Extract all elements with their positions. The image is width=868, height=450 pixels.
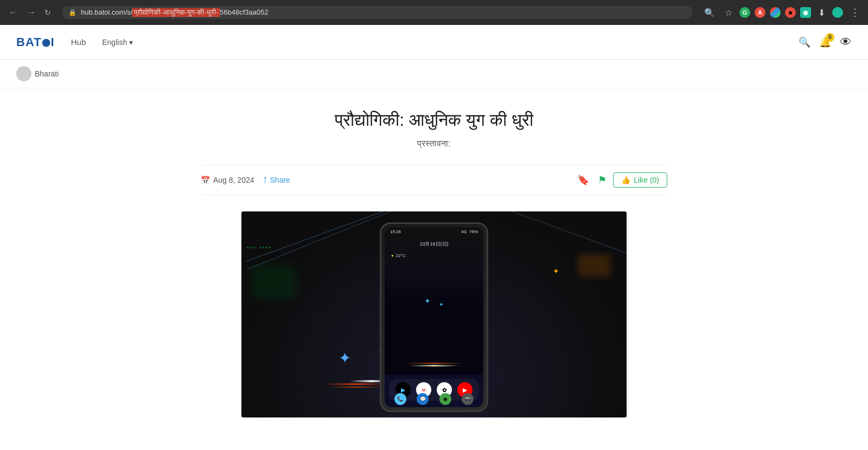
url-highlighted: प्रौद्योगिकी-आधुनिक-युग-की-धुरी- [132,8,220,17]
breadcrumb-avatar [16,66,31,81]
post-image-container: ✦ ✦ ✦ ✦ 15:26 4G 76% [201,211,667,420]
notification-bell-wrapper[interactable]: 🔔 0 [819,36,831,48]
share-icon: ⤴ [263,176,267,184]
url-text: hub.batoi.com/s/प्रौद्योगिकी-आधुनिक-युग-… [81,8,686,17]
nav-hub-link[interactable]: Hub [71,35,86,49]
phone-weather: ● 22°C [385,252,483,259]
right-city-light: | | | [603,255,610,261]
breadcrumb: Bharati [0,60,868,88]
phone-road-light-2 [410,365,459,367]
zoom-button[interactable]: 🔍 [701,6,718,20]
forward-button[interactable]: → [24,5,39,20]
post-subtitle: प्रस्तावना: [201,139,667,149]
logo: BAT⬤I [16,35,55,49]
nav-language-chevron: ▾ [129,38,133,47]
logo-text: BAT⬤I [16,35,55,49]
url-suffix: 56b48cf3aa052 [220,8,269,16]
share-button[interactable]: ⤴ Share [263,176,290,184]
app-icon-chrome: ◉ [439,393,451,405]
like-icon: 👍 [621,176,630,184]
phone-bottom-icons: 📞 💬 ◉ 📷 [385,391,483,407]
star-burst-1: ✦ [339,352,350,363]
phone-screen: 15:26 4G 76% 10月16日(日) ● 22°C [385,227,483,407]
post-meta-left: 📅 Aug 8, 2024 ⤴ Share [201,176,290,184]
nav-language-selector[interactable]: English ▾ [102,38,133,47]
browser-nav-buttons: ← → ↻ [5,5,53,20]
breadcrumb-username: Bharati [35,69,59,78]
like-label: Like (0) [634,176,659,184]
app-icon-messages: 💬 [417,393,429,405]
browser-toolbar-right: 🔍 ☆ G A ■ ◉ ⬇ ⋮ [701,5,863,20]
phone-road-light [404,363,463,364]
phone-frame: 15:26 4G 76% 10月16日(日) ● 22°C [380,222,488,412]
nav-language-label: English [102,38,127,47]
bookmark-star-button[interactable]: ☆ [722,6,735,20]
post-hero-image: ✦ ✦ ✦ ✦ 15:26 4G 76% [241,211,627,417]
calendar-icon: 📅 [201,176,210,184]
main-content: प्रौद्योगिकी: आधुनिक युग की धुरी प्रस्ता… [190,88,678,441]
menu-button[interactable]: ⋮ [847,5,863,20]
nav-right: 🔍 🔔 0 👁 [799,35,852,49]
post-date: 📅 Aug 8, 2024 [201,176,254,184]
acrobat-icon[interactable]: A [755,7,765,18]
post-title: प्रौद्योगिकी: आधुनिक युग की धुरी [201,110,667,130]
phone-screen-content: 15:26 4G 76% 10月16日(日) ● 22°C [385,227,483,407]
app-icon-phone: 📞 [394,393,406,405]
app-icon-camera: 📷 [462,393,474,405]
highway-light-orange [328,387,382,388]
back-button[interactable]: ← [5,5,21,20]
weather-dot: ● [391,253,394,258]
phone-time: 15:26 [390,229,401,234]
city-light-left [252,266,296,298]
refresh-button[interactable]: ↻ [42,6,53,19]
extension-icon-2[interactable]: ◉ [800,7,811,18]
post-date-text: Aug 8, 2024 [213,176,254,184]
flag-button[interactable]: ⚑ [596,172,609,188]
phone-city-scene: ✦ ✦ [385,277,483,375]
left-city-light: ▪▪▪ ▪▪▪▪ [247,244,272,250]
downloads-button[interactable]: ⬇ [815,6,828,20]
phone-date-widget: 10月16日(日) [385,236,483,252]
star-burst-4: ✦ [551,266,561,277]
lock-icon: 🔒 [68,9,76,16]
post-meta: 📅 Aug 8, 2024 ⤴ Share 🔖 ⚑ 👍 Like (0) [201,165,667,195]
eye-icon[interactable]: 👁 [840,35,852,49]
phone-status-bar: 15:26 4G 76% [385,227,483,236]
post-meta-right: 🔖 ⚑ 👍 Like (0) [575,172,667,188]
extension-icon-1[interactable]: ■ [785,7,796,18]
phone-star-2: ✦ [439,301,443,307]
browser-chrome: ← → ↻ 🔒 hub.batoi.com/s/प्रौद्योगिकी-आधु… [0,0,868,25]
share-label: Share [270,176,290,184]
highway-light-red [323,383,388,385]
phone-temp: 22°C [396,253,406,258]
phone-date-text: 10月16日(日) [391,241,477,248]
site-nav: BAT⬤I Hub English ▾ 🔍 🔔 0 👁 [0,25,868,60]
phone-signal-battery: 4G 76% [461,229,478,234]
search-icon[interactable]: 🔍 [799,36,810,48]
url-bar[interactable]: 🔒 hub.batoi.com/s/प्रौद्योगिकी-आधुनिक-यु… [62,6,693,19]
bookmark-button[interactable]: 🔖 [575,172,591,188]
url-prefix: hub.batoi.com/s/ [81,8,132,16]
user-avatar-icon[interactable] [832,7,843,18]
like-button[interactable]: 👍 Like (0) [613,172,667,188]
notification-badge: 0 [826,33,834,42]
phone-star-1: ✦ [424,297,431,305]
google-multi-icon[interactable] [770,7,781,18]
grammarly-icon[interactable]: G [739,7,750,18]
